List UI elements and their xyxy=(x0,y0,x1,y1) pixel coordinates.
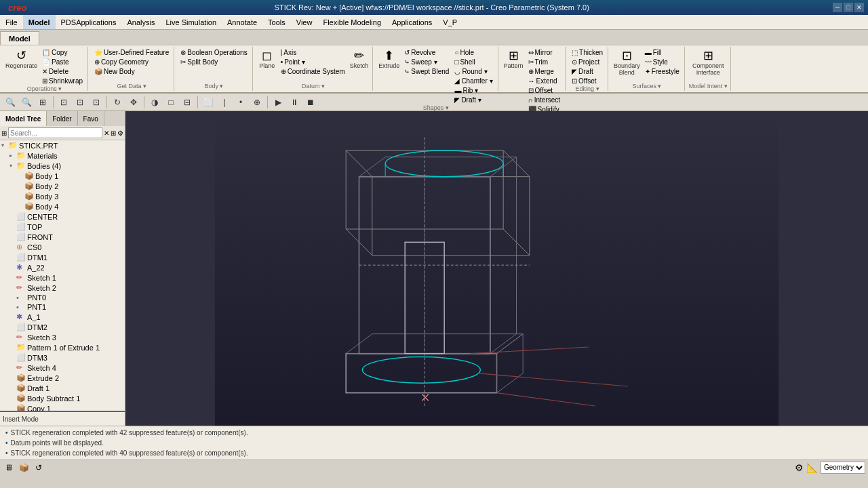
tree-item[interactable]: 📦 Copy 1 xyxy=(0,403,125,411)
tree-item[interactable]: 📁 Pattern 1 of Extrude 1 xyxy=(0,342,125,352)
copy-geometry-button[interactable]: ⊕Copy Geometry xyxy=(92,58,171,66)
axis-button[interactable]: |Axis xyxy=(279,48,347,57)
boolean-operations-button[interactable]: ⊗Boolean Operations xyxy=(178,48,249,57)
tree-item[interactable]: ⬜ DTM3 xyxy=(0,352,125,363)
hole-button[interactable]: ○Hole xyxy=(452,48,494,57)
tree-search-input[interactable] xyxy=(8,127,102,138)
menu-vp[interactable]: V_P xyxy=(437,15,462,29)
menu-tools[interactable]: Tools xyxy=(262,15,291,29)
tree-item[interactable]: 📦 Body 1 xyxy=(0,171,125,181)
tree-item[interactable]: ▾ 📁 Bodies (4) xyxy=(0,161,125,171)
menu-model[interactable]: Model xyxy=(23,15,56,29)
shell-button[interactable]: □Shell xyxy=(452,58,494,66)
tree-item[interactable]: 📦 Body Subtract 1 xyxy=(0,393,125,403)
stop-button[interactable]: ⏹ xyxy=(303,96,318,109)
rib-button[interactable]: ▬Rib ▾ xyxy=(452,86,494,95)
tree-item[interactable]: ⬜ FRONT xyxy=(0,232,125,242)
pattern-button[interactable]: ⊞ Pattern xyxy=(502,48,525,70)
mirror-button[interactable]: ⇔Mirror xyxy=(526,48,563,57)
intersect-button[interactable]: ∩Intersect xyxy=(526,96,563,104)
copy-button[interactable]: 📋Copy xyxy=(40,48,85,57)
tab-folder[interactable]: Folder xyxy=(47,111,77,126)
menu-flexible-modeling[interactable]: Flexible Modeling xyxy=(317,15,387,29)
tree-item[interactable]: ▾ 📁 STICK.PRT xyxy=(0,140,125,150)
play-button[interactable]: ▶ xyxy=(271,96,285,109)
component-interface-button[interactable]: ⊞ ComponentInterface xyxy=(691,48,726,77)
view-side-button[interactable]: ⊡ xyxy=(89,96,104,109)
maximize-button[interactable]: □ xyxy=(844,3,853,12)
menu-file[interactable]: File xyxy=(0,15,23,29)
settings-icon[interactable]: ⚙ xyxy=(795,462,804,473)
fill-button[interactable]: ▬Fill xyxy=(643,48,682,57)
datum-points-button[interactable]: • xyxy=(233,96,248,109)
spin-button[interactable]: ↻ xyxy=(110,96,125,109)
menu-annotate[interactable]: Annotate xyxy=(222,15,262,29)
pause-button[interactable]: ⏸ xyxy=(287,96,302,109)
datum-csys-button[interactable]: ⊕ xyxy=(250,96,264,109)
zoom-fit-button[interactable]: ⊞ xyxy=(35,96,50,109)
tree-item[interactable]: ⬜ CENTER xyxy=(0,211,125,222)
tree-item[interactable]: ⬜ DTM1 xyxy=(0,252,125,262)
geometry-select[interactable]: Geometry Surface Edge Vertex xyxy=(821,462,865,474)
view-front-button[interactable]: ⊡ xyxy=(56,96,71,109)
tree-item[interactable]: ⊕ CS0 xyxy=(0,242,125,252)
datum-axes-button[interactable]: | xyxy=(217,96,232,109)
menu-applications[interactable]: Applications xyxy=(387,15,437,29)
freestyle-button[interactable]: ✦Freestyle xyxy=(643,67,682,76)
regenerate-button[interactable]: ↺ Regenerate xyxy=(4,48,39,70)
project-button[interactable]: ⊙Project xyxy=(570,58,605,66)
sweep-button[interactable]: ⤷Sweep ▾ xyxy=(402,58,451,66)
tree-item[interactable]: 📦 Extrude 2 xyxy=(0,373,125,383)
expand-tree-icon[interactable]: ⊞ xyxy=(111,129,116,137)
tree-item[interactable]: 📦 Body 4 xyxy=(0,201,125,211)
close-button[interactable]: ✕ xyxy=(854,3,864,12)
tree-item[interactable]: ✱ A_22 xyxy=(0,262,125,272)
draft-button[interactable]: ◤Draft ▾ xyxy=(452,96,494,104)
tree-settings-icon[interactable]: ⚙ xyxy=(117,129,123,137)
menu-pdsapplications[interactable]: PDSApplications xyxy=(56,15,122,29)
tab-favorites[interactable]: Favo xyxy=(78,111,104,126)
shrinkwrap-button[interactable]: ⊞Shrinkwrap xyxy=(40,77,85,85)
pan-button[interactable]: ✥ xyxy=(126,96,141,109)
tab-model[interactable]: Model xyxy=(0,31,39,45)
shading-button[interactable]: ◑ xyxy=(147,96,162,109)
offset-button[interactable]: ⊡Offset xyxy=(526,86,563,95)
merge-button[interactable]: ⊕Merge xyxy=(526,67,563,76)
round-button[interactable]: ◡Round ▾ xyxy=(452,67,494,76)
tree-item[interactable]: 📦 Draft 1 xyxy=(0,383,125,393)
style-button[interactable]: 〰Style xyxy=(643,58,682,66)
regenerate-icon[interactable]: ↺ xyxy=(33,462,45,474)
paste-button[interactable]: 📄Paste xyxy=(40,58,85,66)
swept-blend-button[interactable]: ⤷Swept Blend xyxy=(402,67,451,76)
model-icon[interactable]: 📦 xyxy=(18,462,30,474)
hidden-line-button[interactable]: ⊟ xyxy=(180,96,195,109)
tree-item[interactable]: 📦 Body 3 xyxy=(0,191,125,201)
datum-planes-button[interactable]: ⬜ xyxy=(201,96,216,109)
tab-model-tree[interactable]: Model Tree xyxy=(0,111,47,126)
units-icon[interactable]: 📐 xyxy=(806,462,818,473)
boundary-blend-button[interactable]: ⊡ BoundaryBlend xyxy=(612,48,642,77)
tree-item[interactable]: ✏ Sketch 3 xyxy=(0,332,125,342)
viewport[interactable] xyxy=(125,111,868,426)
new-body-button[interactable]: 📦New Body xyxy=(92,67,171,76)
thicken-button[interactable]: ⬚Thicken xyxy=(570,48,605,57)
tree-item[interactable]: • PNT0 xyxy=(0,293,125,302)
revolve-button[interactable]: ↺Revolve xyxy=(402,48,451,57)
tree-item[interactable]: ⬜ TOP xyxy=(0,222,125,232)
delete-button[interactable]: ✕Delete xyxy=(40,67,85,76)
extend-button[interactable]: ↔Extend xyxy=(526,77,563,85)
menu-analysis[interactable]: Analysis xyxy=(121,15,160,29)
menu-live-simulation[interactable]: Live Simulation xyxy=(160,15,222,29)
sketch-button[interactable]: ✏ Sketch xyxy=(349,48,370,70)
zoom-in-button[interactable]: 🔍 xyxy=(3,96,18,109)
coord-system-button[interactable]: ⊕Coordinate System xyxy=(279,67,347,76)
view-top-button[interactable]: ⊡ xyxy=(73,96,87,109)
user-defined-feature-button[interactable]: ⭐User-Defined Feature xyxy=(92,48,171,57)
chamfer-button[interactable]: ◢Chamfer ▾ xyxy=(452,77,494,85)
draft-ribbon-button[interactable]: ◤Draft xyxy=(570,67,605,76)
tree-item[interactable]: 📦 Body 2 xyxy=(0,181,125,191)
tree-item[interactable]: ✏ Sketch 1 xyxy=(0,272,125,283)
graphics-icon[interactable]: 🖥 xyxy=(3,462,15,474)
extrude-button[interactable]: ⬆ Extrude xyxy=(377,48,401,70)
tree-item[interactable]: ⬜ DTM2 xyxy=(0,322,125,332)
